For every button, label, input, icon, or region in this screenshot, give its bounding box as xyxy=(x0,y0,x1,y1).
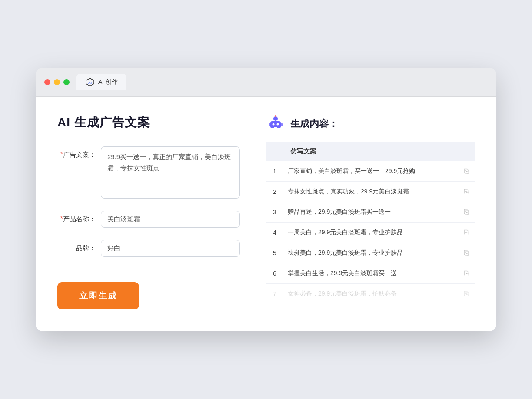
row-text: 厂家直销，美白淡斑霜，买一送一，29.9元抢购 xyxy=(283,161,458,182)
table-row: 7女神必备，29.9元美白淡斑霜，护肤必备⎘ xyxy=(266,284,475,304)
traffic-light-green[interactable] xyxy=(63,79,70,85)
form-group-product-name: *产品名称： 美白淡斑霜 xyxy=(57,211,240,228)
svg-point-6 xyxy=(273,123,275,126)
product-name-label: *产品名称： xyxy=(57,211,101,223)
svg-rect-5 xyxy=(281,123,283,126)
copy-icon[interactable]: ⎘ xyxy=(462,288,470,299)
row-num: 1 xyxy=(266,161,283,182)
traffic-light-red[interactable] xyxy=(44,79,50,85)
tab-label: AI 创作 xyxy=(98,78,118,86)
svg-rect-4 xyxy=(269,123,270,126)
result-title: 生成内容： xyxy=(290,117,338,130)
browser-titlebar: AI AI 创作 xyxy=(36,68,496,97)
brand-label: 品牌： xyxy=(57,240,101,253)
main-layout: AI 生成广告文案 *广告文案： 29.9买一送一，真正的厂家直销，美白淡斑霜，… xyxy=(57,114,475,309)
page-title: AI 生成广告文案 xyxy=(57,114,240,131)
svg-rect-8 xyxy=(274,127,277,128)
row-num: 6 xyxy=(266,263,283,284)
copy-icon[interactable]: ⎘ xyxy=(462,227,470,238)
row-text: 女神必备，29.9元美白淡斑霜，护肤必备 xyxy=(283,284,458,304)
row-num: 4 xyxy=(266,223,283,243)
row-num: 2 xyxy=(266,182,283,202)
copy-icon[interactable]: ⎘ xyxy=(462,268,470,279)
svg-point-7 xyxy=(277,123,279,126)
row-text: 掌握美白生活，29.9元美白淡斑霜买一送一 xyxy=(283,263,458,284)
row-text: 专抹女性斑点，真实功效，29.9元美白淡斑霜 xyxy=(283,182,458,202)
brand-input[interactable]: 好白 xyxy=(101,240,240,257)
form-group-brand: 品牌： 好白 xyxy=(57,240,240,257)
row-text: 一周美白，29.9元美白淡斑霜，专业护肤品 xyxy=(283,223,458,243)
form-group-ad-copy: *广告文案： 29.9买一送一，真正的厂家直销，美白淡斑霜，专抹女性斑点 xyxy=(57,146,240,199)
table-row: 3赠品再送，29.9元美白淡斑霜买一送一⎘ xyxy=(266,202,475,223)
table-row: 6掌握美白生活，29.9元美白淡斑霜买一送一⎘ xyxy=(266,263,475,284)
svg-text:AI: AI xyxy=(88,81,92,85)
browser-tab[interactable]: AI AI 创作 xyxy=(76,74,126,90)
copy-icon[interactable]: ⎘ xyxy=(462,247,470,258)
product-name-input[interactable]: 美白淡斑霜 xyxy=(101,211,240,228)
generate-button[interactable]: 立即生成 xyxy=(57,282,139,309)
ad-copy-input[interactable]: 29.9买一送一，真正的厂家直销，美白淡斑霜，专抹女性斑点 xyxy=(101,146,240,199)
row-num: 7 xyxy=(266,284,283,304)
table-header-row: 仿写文案 xyxy=(266,142,475,161)
result-table: 仿写文案 1厂家直销，美白淡斑霜，买一送一，29.9元抢购⎘2专抹女性斑点，真实… xyxy=(266,142,475,304)
table-row: 5祛斑美白，29.9元美白淡斑霜，专业护肤品⎘ xyxy=(266,243,475,263)
robot-icon xyxy=(266,114,285,133)
copy-icon[interactable]: ⎘ xyxy=(462,186,470,197)
row-num: 3 xyxy=(266,202,283,223)
col-header-num xyxy=(266,142,283,161)
table-row: 4一周美白，29.9元美白淡斑霜，专业护肤品⎘ xyxy=(266,223,475,243)
right-panel: 生成内容： 仿写文案 1厂家直销，美白淡斑霜，买一送一，29.9元抢购⎘2专抹女… xyxy=(266,114,475,309)
traffic-lights xyxy=(44,79,70,85)
col-header-action xyxy=(458,142,475,161)
table-row: 2专抹女性斑点，真实功效，29.9元美白淡斑霜⎘ xyxy=(266,182,475,202)
browser-content: AI 生成广告文案 *广告文案： 29.9买一送一，真正的厂家直销，美白淡斑霜，… xyxy=(36,97,496,331)
table-row: 1厂家直销，美白淡斑霜，买一送一，29.9元抢购⎘ xyxy=(266,161,475,182)
browser-window: AI AI 创作 AI 生成广告文案 *广告文案： 29.9买一送一，真正的厂家… xyxy=(36,68,496,331)
ad-copy-label: *广告文案： xyxy=(57,146,101,159)
result-header: 生成内容： xyxy=(266,114,475,133)
row-text: 祛斑美白，29.9元美白淡斑霜，专业护肤品 xyxy=(283,243,458,263)
row-num: 5 xyxy=(266,243,283,263)
col-header-text: 仿写文案 xyxy=(283,142,458,161)
left-panel: AI 生成广告文案 *广告文案： 29.9买一送一，真正的厂家直销，美白淡斑霜，… xyxy=(57,114,240,309)
copy-icon[interactable]: ⎘ xyxy=(462,166,470,176)
traffic-light-yellow[interactable] xyxy=(54,79,60,85)
copy-icon[interactable]: ⎘ xyxy=(462,206,470,217)
row-text: 赠品再送，29.9元美白淡斑霜买一送一 xyxy=(283,202,458,223)
ai-tab-icon: AI xyxy=(85,77,95,87)
svg-point-10 xyxy=(275,115,276,117)
